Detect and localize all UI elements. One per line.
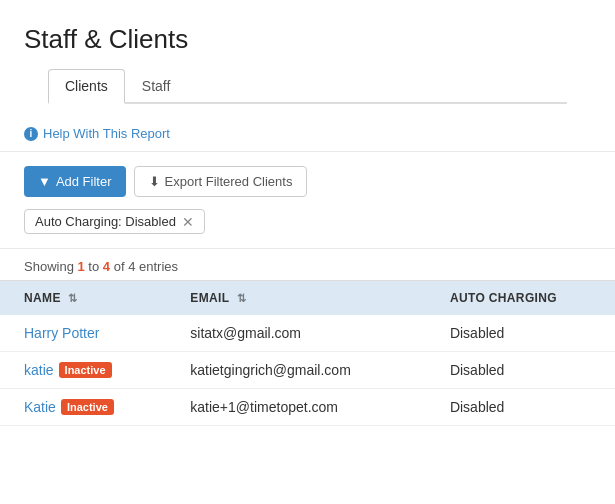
table-body: Harry Potter sitatx@gmail.com Disabled k… [0, 315, 615, 426]
help-link-text: Help With This Report [43, 126, 170, 141]
showing-text: Showing 1 to 4 of 4 entries [0, 249, 615, 280]
filter-icon: ▼ [38, 174, 51, 189]
page-title: Staff & Clients [24, 24, 591, 55]
client-name-link[interactable]: katie [24, 362, 54, 378]
cell-name: katie Inactive [0, 352, 166, 389]
inactive-badge: Inactive [59, 362, 112, 378]
tab-staff[interactable]: Staff [125, 69, 188, 104]
showing-from: 1 [78, 259, 85, 274]
showing-count: 4 [103, 259, 110, 274]
page-header: Staff & Clients Clients Staff [0, 0, 615, 116]
help-link[interactable]: i Help With This Report [0, 116, 615, 152]
clients-table: NAME ⇅ EMAIL ⇅ AUTO CHARGING Harry Potte… [0, 280, 615, 426]
active-filter-tag: Auto Charging: Disabled ✕ [24, 209, 205, 234]
table-row: Harry Potter sitatx@gmail.com Disabled [0, 315, 615, 352]
col-header-email: EMAIL ⇅ [166, 281, 426, 316]
cell-email: sitatx@gmail.com [166, 315, 426, 352]
filter-section: ▼ Add Filter ⬇ Export Filtered Clients A… [0, 152, 615, 249]
client-name-link[interactable]: Harry Potter [24, 325, 99, 341]
info-icon: i [24, 127, 38, 141]
filter-tag-label: Auto Charging: Disabled [35, 214, 176, 229]
cell-email: katietgingrich@gmail.com [166, 352, 426, 389]
export-label: Export Filtered Clients [165, 174, 293, 189]
cell-auto-charging: Disabled [426, 352, 615, 389]
download-icon: ⬇ [149, 174, 160, 189]
cell-auto-charging: Disabled [426, 315, 615, 352]
sort-icon-name[interactable]: ⇅ [68, 292, 77, 305]
client-name-link[interactable]: Katie [24, 399, 56, 415]
table-header: NAME ⇅ EMAIL ⇅ AUTO CHARGING [0, 281, 615, 316]
filter-buttons: ▼ Add Filter ⬇ Export Filtered Clients [24, 166, 591, 197]
tabs-bar: Clients Staff [48, 69, 567, 104]
table-row: Katie Inactive katie+1@timetopet.com Dis… [0, 389, 615, 426]
add-filter-label: Add Filter [56, 174, 112, 189]
sort-icon-email[interactable]: ⇅ [237, 292, 246, 305]
export-button[interactable]: ⬇ Export Filtered Clients [134, 166, 308, 197]
cell-auto-charging: Disabled [426, 389, 615, 426]
table-row: katie Inactive katietgingrich@gmail.com … [0, 352, 615, 389]
col-header-auto-charging: AUTO CHARGING [426, 281, 615, 316]
col-header-name: NAME ⇅ [0, 281, 166, 316]
cell-name: Harry Potter [0, 315, 166, 352]
add-filter-button[interactable]: ▼ Add Filter [24, 166, 126, 197]
filter-tag-close-button[interactable]: ✕ [182, 215, 194, 229]
tab-clients[interactable]: Clients [48, 69, 125, 104]
cell-email: katie+1@timetopet.com [166, 389, 426, 426]
cell-name: Katie Inactive [0, 389, 166, 426]
inactive-badge: Inactive [61, 399, 114, 415]
